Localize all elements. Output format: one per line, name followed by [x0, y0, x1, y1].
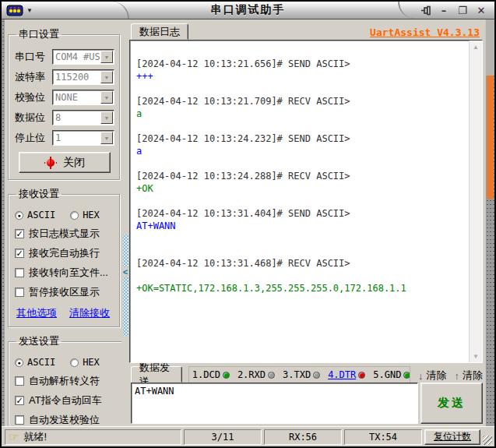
- splitter-grip[interactable]: [123, 277, 128, 336]
- send-button[interactable]: 发送: [420, 383, 483, 424]
- splitter-grip[interactable]: [123, 235, 128, 267]
- clear-receive-button[interactable]: ↓ 清除: [418, 369, 447, 383]
- right-border-cap: [486, 19, 494, 76]
- log-line: [2024-04-12 10:13:21.656]# SEND ASCII>: [136, 58, 467, 70]
- baud-select[interactable]: 115200 ▼: [52, 69, 114, 85]
- clear-up-arrow-icon: ↑: [455, 370, 460, 382]
- version-link[interactable]: UartAssist V4.3.13: [370, 26, 480, 40]
- send-options-list: 自动解析转义符 ✓ AT指令自动回车 自动发送校验位: [15, 374, 121, 426]
- log-line: +OK=STATIC,172.168.1.3,255.255.255.0,172…: [136, 282, 467, 295]
- tab-data-send[interactable]: 数据发送: [131, 366, 182, 383]
- combo-arrow-icon[interactable]: ▼: [100, 132, 113, 144]
- reset-count-button[interactable]: 复位计数: [424, 429, 480, 445]
- parity-select[interactable]: NONE ▼: [52, 90, 114, 105]
- clear-receive-link[interactable]: 清除接收: [69, 306, 110, 320]
- status-message-panel: ☞ 就绪!: [5, 429, 181, 445]
- minimize-button[interactable]: –: [437, 4, 451, 16]
- tab-data-log[interactable]: 数据日志: [131, 23, 188, 40]
- pin-led-icon: [403, 372, 410, 379]
- pin-label[interactable]: 3.TXD: [283, 369, 311, 380]
- send-ascii-radio[interactable]: ●: [15, 358, 23, 367]
- log-line: [2024-04-12 10:13:21.709]# RECV ASCII>: [136, 95, 467, 108]
- stopbits-select[interactable]: 1 ▼: [52, 130, 114, 146]
- scroll-down-icon[interactable]: ▼: [470, 350, 482, 362]
- main-panel: 数据日志 UartAssist V4.3.13 [2024-04-12 10:1…: [129, 19, 485, 426]
- pin-status-group: 1.DCD 2.RXD 3.TXD: [188, 366, 410, 383]
- combo-arrow-icon[interactable]: ▼: [100, 111, 113, 124]
- send-data-input[interactable]: AT+WANN: [131, 383, 418, 424]
- pin-on-top-icon[interactable]: [420, 5, 432, 16]
- ready-hand-icon: ☞: [9, 431, 19, 443]
- log-line: [136, 83, 467, 95]
- checkbox-label: AT指令自动回车: [29, 393, 102, 407]
- checkbox[interactable]: [15, 376, 24, 386]
- send-hex-label: HEX: [83, 357, 100, 368]
- combo-arrow-icon[interactable]: ▼: [100, 91, 113, 104]
- checkbox-label: 按日志模式显示: [29, 227, 100, 241]
- checkbox-label: 接收转向至文件...: [29, 266, 108, 280]
- log-text: [2024-04-12 10:13:21.656]# SEND ASCII> +…: [130, 41, 469, 362]
- checkbox[interactable]: ✓: [15, 396, 24, 405]
- right-border-scroll-thumb[interactable]: [487, 76, 494, 199]
- receive-option-row: ✓ 按日志模式显示: [15, 227, 114, 241]
- pin-indicator: 4.DTR: [328, 369, 365, 380]
- baud-value: 115200: [55, 72, 89, 83]
- log-line: [136, 270, 467, 282]
- recv-hex-radio[interactable]: [70, 211, 79, 220]
- log-line: [2024-04-12 10:13:31.404]# SEND ASCII>: [136, 207, 467, 220]
- log-line: [2024-04-12 10:13:24.232]# SEND ASCII>: [136, 132, 467, 145]
- checkbox[interactable]: [15, 268, 24, 277]
- receive-option-row: 接收转向至文件...: [15, 266, 114, 280]
- title-bar: ▼ 串口调试助手 – ❐ ✕: [2, 2, 494, 19]
- serial-settings-title: 串口设置: [16, 27, 62, 41]
- serial-settings-group: 串口设置 串口号 COM4 #USB ▼ 波特率 115200 ▼: [8, 27, 120, 180]
- log-line: a: [136, 108, 467, 120]
- stopbits-label: 停止位: [15, 131, 52, 145]
- checkbox[interactable]: ✓: [15, 249, 24, 258]
- log-line: AT+WANN: [136, 220, 467, 232]
- close-port-button[interactable]: 关闭: [19, 152, 111, 173]
- port-value: COM4 #USB: [55, 51, 106, 62]
- recv-ascii-label: ASCII: [27, 210, 55, 220]
- checkbox[interactable]: [15, 415, 24, 425]
- window-right-border: [485, 19, 494, 426]
- baud-label: 波特率: [15, 70, 52, 84]
- sidebar-splitter[interactable]: <: [121, 19, 129, 426]
- clear-send-button[interactable]: ↑ 清除: [455, 369, 484, 383]
- recv-ascii-radio[interactable]: ●: [15, 211, 23, 220]
- log-line: [136, 245, 467, 257]
- receive-option-row: 暂停接收区显示: [15, 285, 114, 299]
- data-log-area[interactable]: [2024-04-12 10:13:21.656]# SEND ASCII> +…: [129, 40, 483, 363]
- pin-label[interactable]: 1.DCD: [192, 369, 220, 380]
- log-scrollbar[interactable]: ▲ ▼: [469, 41, 482, 362]
- pin-indicator: 1.DCD: [192, 369, 230, 380]
- tx-count-panel: TX:54: [344, 429, 422, 445]
- checkbox[interactable]: [15, 287, 24, 297]
- send-hex-radio[interactable]: [70, 358, 79, 367]
- pin-label[interactable]: 2.RXD: [237, 369, 266, 380]
- resize-grip[interactable]: [483, 436, 492, 445]
- receive-settings-group: 接收设置 ● ASCII HEX ✓ 按日志模式显示: [8, 187, 120, 327]
- send-option-row: ✓ AT指令自动回车: [15, 393, 121, 407]
- databits-select[interactable]: 8 ▼: [52, 110, 114, 125]
- pin-label[interactable]: 5.GND: [373, 369, 401, 380]
- scroll-up-icon[interactable]: ▲: [470, 41, 482, 53]
- combo-arrow-icon[interactable]: ▼: [100, 51, 113, 63]
- maximize-button[interactable]: ❐: [456, 4, 470, 16]
- log-line: [2024-04-12 10:13:24.288]# RECV ASCII>: [136, 170, 467, 182]
- pin-label[interactable]: 4.DTR: [328, 369, 356, 380]
- rx-count-panel: RX:56: [264, 429, 342, 445]
- checkbox-label: 暂停接收区显示: [29, 285, 100, 299]
- close-window-button[interactable]: ✕: [474, 4, 488, 16]
- port-select[interactable]: COM4 #USB ▼: [52, 49, 114, 65]
- other-options-link[interactable]: 其他选项: [16, 306, 57, 320]
- log-line: a: [136, 145, 467, 157]
- combo-arrow-icon[interactable]: ▼: [100, 71, 113, 83]
- log-line: [136, 120, 467, 132]
- log-line: [136, 232, 467, 245]
- collapse-sidebar-icon[interactable]: <: [123, 267, 128, 277]
- checkbox[interactable]: ✓: [15, 229, 24, 238]
- log-line: +OK: [136, 182, 467, 195]
- databits-label: 数据位: [15, 111, 52, 125]
- checkbox-label: 自动解析转义符: [29, 374, 100, 388]
